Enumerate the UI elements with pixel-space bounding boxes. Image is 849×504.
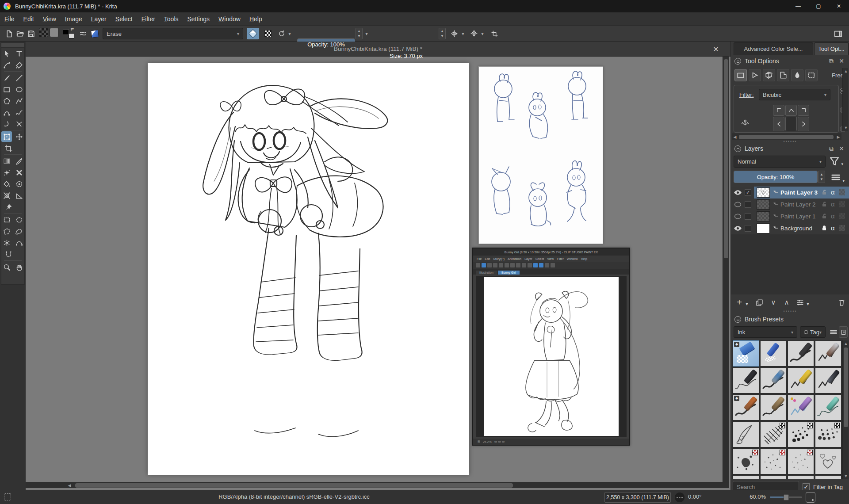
tool-reference-images[interactable] xyxy=(3,202,14,212)
reference-app-screenshot[interactable]: Bunny Girl (8.50 x 10.50in 350dpi 25.2%)… xyxy=(472,248,630,446)
mirror-horizontal-button[interactable] xyxy=(449,28,460,39)
tool-dynamic-brush[interactable] xyxy=(1,118,12,129)
transform-mode-liquify[interactable] xyxy=(791,69,803,81)
scroll-down-icon[interactable]: ▼ xyxy=(843,125,849,131)
move-layer-up-button[interactable]: ∧ xyxy=(781,297,792,308)
canvas-page[interactable] xyxy=(148,63,469,475)
tool-magnetic-select[interactable] xyxy=(3,249,14,260)
scroll-left-icon[interactable]: ◀ xyxy=(66,482,73,489)
tool-move[interactable] xyxy=(14,131,24,142)
preserve-alpha-toggle[interactable] xyxy=(262,28,274,39)
preset-pen-fountain[interactable] xyxy=(815,367,841,393)
layer-checkbox[interactable]: ✓ xyxy=(745,189,751,196)
canvas-only-mode-button[interactable] xyxy=(806,492,815,503)
eraser-mode-toggle[interactable] xyxy=(247,28,259,39)
rotate-topleft-button[interactable] xyxy=(773,105,784,116)
tool-assistants[interactable] xyxy=(1,190,12,201)
preset-tile[interactable] xyxy=(760,475,787,479)
preset-pen-sparkle-teal[interactable] xyxy=(815,394,841,420)
preset-eraser-block[interactable]: ◆ xyxy=(733,340,759,367)
gradient-swatch-button[interactable] xyxy=(39,28,48,37)
canvas-vertical-scrollbar[interactable] xyxy=(723,57,729,482)
tool-freehand-path[interactable] xyxy=(14,107,24,118)
canvas-horizontal-scrollbar[interactable]: ◀ xyxy=(26,482,729,488)
preset-texture-halftone[interactable] xyxy=(788,421,814,447)
duplicate-layer-button[interactable] xyxy=(754,297,765,308)
lock-icon[interactable] xyxy=(821,213,827,219)
preset-quill-feather[interactable] xyxy=(733,421,759,447)
tool-measure[interactable] xyxy=(14,190,24,201)
preset-splatter-large[interactable] xyxy=(733,448,759,474)
preset-pen-yellow[interactable] xyxy=(788,367,814,393)
image-dimensions-field[interactable]: 2,550 x 3,300 (111.7 MiB) xyxy=(604,492,671,503)
layer-properties-button[interactable] xyxy=(795,297,805,308)
preset-pen-fineliner[interactable] xyxy=(733,367,759,393)
rotate-topright-button[interactable] xyxy=(798,105,809,116)
preset-tile[interactable] xyxy=(815,475,841,479)
menu-edit[interactable]: Edit xyxy=(19,12,38,26)
filter-in-tag-checkbox[interactable]: ✓ xyxy=(803,483,810,490)
zoom-slider-thumb[interactable] xyxy=(784,494,789,500)
preset-eraser-thin[interactable] xyxy=(760,340,787,367)
layer-opacity-spinner[interactable]: ▲▼ xyxy=(818,171,825,183)
menu-window[interactable]: Window xyxy=(214,12,245,26)
pattern-swatch-button[interactable] xyxy=(50,28,59,37)
open-document-button[interactable] xyxy=(15,28,25,39)
tool-freehand-select[interactable] xyxy=(14,226,24,237)
tool-color-sampler[interactable] xyxy=(14,156,24,166)
move-layer-down-button[interactable]: ∨ xyxy=(768,297,779,308)
tool-ellipse-select[interactable] xyxy=(14,214,24,225)
visibility-eye-icon[interactable] xyxy=(734,214,742,219)
layer-opacity-slider[interactable]: Opacity: 100% xyxy=(734,171,818,183)
tool-options-vscrollbar[interactable]: ▲ ▼ xyxy=(842,68,848,131)
tool-rect-select[interactable] xyxy=(1,214,12,225)
preset-detail-button[interactable] xyxy=(839,326,848,338)
tool-ellipse[interactable] xyxy=(14,84,24,95)
tool-crop[interactable] xyxy=(3,143,14,153)
preset-splatter-fine[interactable] xyxy=(788,448,814,474)
layer-filter-button[interactable]: ▾ xyxy=(829,156,840,166)
layer-checkbox[interactable] xyxy=(745,213,751,220)
tool-multibrush[interactable] xyxy=(14,118,24,129)
menu-select[interactable]: Select xyxy=(111,12,137,26)
layer-properties-dropdown[interactable]: ▾ xyxy=(805,298,811,309)
scroll-left-icon[interactable]: ◀ xyxy=(732,134,738,140)
minimize-button[interactable]: — xyxy=(788,0,808,12)
tool-text[interactable] xyxy=(14,48,24,59)
filter-combo[interactable]: Bicubic▾ xyxy=(759,89,830,100)
menu-layer[interactable]: Layer xyxy=(87,12,111,26)
docker-lock-icon[interactable] xyxy=(734,58,741,65)
layer-checkbox[interactable] xyxy=(745,201,751,208)
visibility-eye-icon[interactable] xyxy=(734,202,742,207)
preset-brush-wet[interactable] xyxy=(815,340,841,367)
tool-smart-patch[interactable] xyxy=(14,167,24,178)
rotate-up-button[interactable] xyxy=(785,105,797,116)
preset-marker-dry[interactable] xyxy=(760,394,787,420)
new-document-button[interactable] xyxy=(4,28,14,39)
reload-dropdown-arrow[interactable]: ▾ xyxy=(287,28,293,39)
menu-tools[interactable]: Tools xyxy=(160,12,183,26)
menu-file[interactable]: File xyxy=(0,12,19,26)
presets-vscrollbar[interactable]: ▲ ▼ xyxy=(842,340,849,479)
tool-transform-select[interactable] xyxy=(1,48,12,59)
layer-row[interactable]: Background α xyxy=(731,222,849,234)
menu-image[interactable]: Image xyxy=(61,12,87,26)
tool-zoom[interactable] xyxy=(1,262,12,272)
close-button[interactable]: ✕ xyxy=(829,0,849,12)
docker-splitter[interactable]: •••••• xyxy=(731,140,849,143)
transform-mode-mesh[interactable] xyxy=(805,69,818,81)
canvas-viewport[interactable]: Bunny Girl (8.50 x 10.50in 350dpi 25.2%)… xyxy=(26,57,730,490)
foreground-background-colors[interactable]: ⇄ xyxy=(63,28,74,38)
tab-advanced-color-selector[interactable]: Advanced Color Sele... xyxy=(734,42,813,55)
tag-button[interactable]: Tag▾ xyxy=(800,326,826,338)
tool-bezier-curve[interactable] xyxy=(1,107,12,118)
layer-row[interactable]: Paint Layer 1 α xyxy=(731,210,849,222)
transform-mode-cage[interactable] xyxy=(777,69,789,81)
layer-row[interactable]: ✓ Paint Layer 3 α xyxy=(731,187,849,199)
preset-pencil-mech[interactable] xyxy=(760,367,787,393)
inherit-alpha-icon[interactable] xyxy=(839,213,845,219)
preset-splatter-speckle[interactable] xyxy=(760,448,787,474)
brush-preset-combo[interactable]: Erase▾ xyxy=(103,28,243,39)
inherit-alpha-icon[interactable] xyxy=(839,225,845,231)
tool-fill[interactable] xyxy=(1,179,12,189)
